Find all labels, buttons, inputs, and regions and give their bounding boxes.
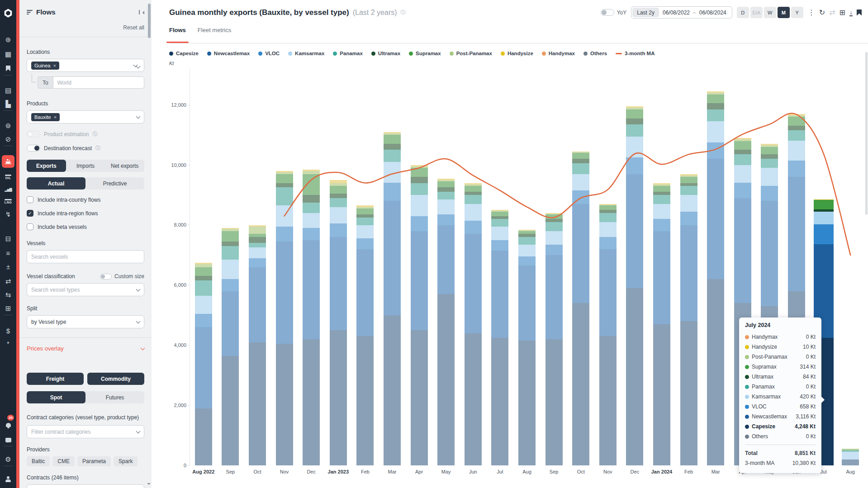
tab-flows[interactable]: Flows bbox=[169, 27, 186, 39]
bookmark-icon[interactable] bbox=[0, 62, 16, 75]
legend-item-post-panamax[interactable]: Post-Panamax bbox=[450, 51, 492, 56]
vessel-type-select[interactable]: Search vessel types bbox=[27, 283, 144, 296]
date-to[interactable]: 06/08/2024 bbox=[699, 9, 726, 16]
legend-item-handysize[interactable]: Handysize bbox=[501, 51, 533, 56]
prices-overlay-section[interactable]: Prices overlay bbox=[27, 345, 144, 352]
granularity-y[interactable]: Y bbox=[791, 7, 803, 18]
bar-nov[interactable] bbox=[276, 171, 293, 465]
vehicle-icon[interactable]: ⊟ bbox=[0, 232, 16, 245]
team-settings-icon[interactable]: ⚙ bbox=[0, 452, 16, 466]
destination-forecast-toggle[interactable] bbox=[27, 145, 40, 152]
range-preset-button[interactable]: Last 2y bbox=[632, 8, 659, 17]
list-icon[interactable]: ≡ bbox=[0, 246, 16, 260]
swap-icon[interactable]: ⇄ bbox=[0, 274, 16, 288]
bar-sep[interactable] bbox=[222, 228, 239, 465]
product-estimation-toggle[interactable] bbox=[27, 131, 40, 137]
granularity-w[interactable]: W bbox=[764, 7, 776, 18]
contract-categories-select[interactable]: Filter contract categories bbox=[27, 425, 144, 438]
legend-item-panamax[interactable]: Panamax bbox=[333, 51, 363, 56]
provider-parameta[interactable]: Parameta bbox=[77, 456, 111, 466]
direction-tab-net-exports[interactable]: Net exports bbox=[105, 160, 144, 172]
bar-aug[interactable] bbox=[842, 449, 859, 465]
tools-icon[interactable]: * bbox=[0, 336, 16, 350]
vessels-search-input[interactable]: Search vessels bbox=[27, 250, 144, 263]
destination-input[interactable]: World bbox=[53, 76, 144, 89]
yoy-toggle[interactable] bbox=[601, 9, 614, 16]
date-from[interactable]: 06/08/2022 bbox=[663, 9, 690, 16]
power-icon[interactable]: ↯ bbox=[0, 207, 16, 221]
scroll-down-arrow[interactable] bbox=[147, 483, 151, 487]
bar-mar[interactable] bbox=[384, 132, 401, 465]
notifications-icon[interactable]: 20 bbox=[0, 418, 16, 431]
bar-oct[interactable] bbox=[249, 225, 266, 465]
legend-item-kamsarmax[interactable]: Kamsarmax bbox=[288, 51, 324, 56]
direction-tab-imports[interactable]: Imports bbox=[66, 160, 105, 172]
kebab-menu-icon[interactable]: ⋮ bbox=[808, 9, 815, 16]
split-select[interactable]: by Vessel type bbox=[27, 315, 144, 328]
bar-sep[interactable] bbox=[545, 213, 563, 465]
granularity-m[interactable]: M bbox=[778, 7, 790, 18]
bar-nov[interactable] bbox=[599, 204, 617, 465]
mode-tab-predictive[interactable]: Predictive bbox=[85, 177, 144, 190]
provider-spark[interactable]: Spark bbox=[114, 456, 138, 466]
bar-mar[interactable] bbox=[707, 91, 724, 465]
lng-icon[interactable]: LNG bbox=[0, 194, 16, 208]
refresh-icon[interactable]: ↻ bbox=[819, 9, 825, 16]
bar-oct[interactable] bbox=[572, 152, 589, 465]
bar-jan-2024[interactable] bbox=[653, 183, 670, 465]
bar-feb[interactable] bbox=[356, 205, 374, 465]
commodity-button[interactable]: Commodity bbox=[87, 373, 144, 385]
sidebar-scrollbar[interactable] bbox=[148, 4, 151, 38]
bar-jun[interactable] bbox=[465, 183, 482, 465]
direction-tab-exports[interactable]: Exports bbox=[27, 160, 66, 172]
prices-icon[interactable]: $ bbox=[0, 324, 16, 337]
bar-jan-2023[interactable] bbox=[330, 180, 347, 465]
market-tab-futures[interactable]: Futures bbox=[85, 391, 144, 403]
granularity-eia[interactable]: EIA bbox=[750, 7, 763, 18]
legend-item-handymax[interactable]: Handymax bbox=[542, 51, 575, 56]
calculator-icon[interactable]: ± bbox=[0, 260, 16, 273]
oil-icon[interactable]: OIL bbox=[0, 170, 16, 184]
download-icon[interactable]: ↓ bbox=[849, 9, 853, 16]
products-select[interactable]: Bauxite× bbox=[27, 110, 144, 123]
remove-product-icon[interactable]: × bbox=[54, 114, 57, 120]
legend-item-others[interactable]: Others bbox=[583, 51, 607, 56]
bar-dec[interactable] bbox=[626, 106, 643, 465]
reset-all-link[interactable]: Reset all bbox=[123, 24, 144, 31]
emissions-icon[interactable]: ⊘ bbox=[0, 132, 16, 146]
kpler-logo[interactable] bbox=[0, 6, 16, 20]
checkbox[interactable]: ✓ bbox=[27, 210, 33, 217]
dashboard-icon[interactable]: ▦ bbox=[0, 47, 16, 61]
collapse-sidebar-icon[interactable] bbox=[139, 9, 144, 15]
checkbox[interactable] bbox=[27, 196, 33, 203]
analytics-icon[interactable]: ▙ bbox=[0, 97, 16, 110]
bookmark-icon[interactable] bbox=[857, 9, 862, 16]
fleet-icon[interactable]: ⊞ bbox=[0, 301, 16, 315]
legend-item-newcastlemax[interactable]: Newcastlemax bbox=[207, 51, 250, 56]
granularity-d[interactable]: D bbox=[737, 7, 749, 18]
news-icon[interactable]: ▤ bbox=[0, 83, 16, 97]
legend-item-ultramax[interactable]: Ultramax bbox=[371, 51, 400, 56]
legend-item-vloc[interactable]: VLOC bbox=[258, 51, 280, 56]
bar-apr[interactable] bbox=[411, 165, 428, 465]
bar-dec[interactable] bbox=[303, 170, 320, 465]
bar-feb[interactable] bbox=[680, 174, 697, 465]
provider-cme[interactable]: CME bbox=[52, 456, 75, 466]
legend-item-supramax[interactable]: Supramax bbox=[409, 51, 441, 56]
freight-button[interactable]: Freight bbox=[27, 373, 84, 385]
custom-size-toggle[interactable] bbox=[100, 274, 112, 280]
checkbox[interactable] bbox=[27, 223, 33, 230]
info-icon[interactable]: ⓘ bbox=[401, 9, 406, 16]
contracts-select[interactable]: Filter prices contracts bbox=[27, 484, 144, 488]
helm-icon[interactable]: ⊛ bbox=[0, 33, 16, 46]
bar-aug[interactable] bbox=[518, 230, 536, 466]
legend-item-capesize[interactable]: Capesize bbox=[169, 51, 199, 56]
market-tab-spot[interactable]: Spot bbox=[27, 391, 85, 403]
tab-fleet-metrics[interactable]: Fleet metrics bbox=[198, 27, 231, 39]
page-scrollbar[interactable] bbox=[865, 52, 868, 215]
bar-jul[interactable] bbox=[491, 210, 508, 465]
search-vessels-icon[interactable]: ⊚ bbox=[0, 118, 16, 132]
add-to-dashboard-icon[interactable]: ⊞ bbox=[840, 9, 845, 16]
account-icon[interactable] bbox=[0, 472, 16, 486]
chat-icon[interactable] bbox=[0, 433, 16, 447]
